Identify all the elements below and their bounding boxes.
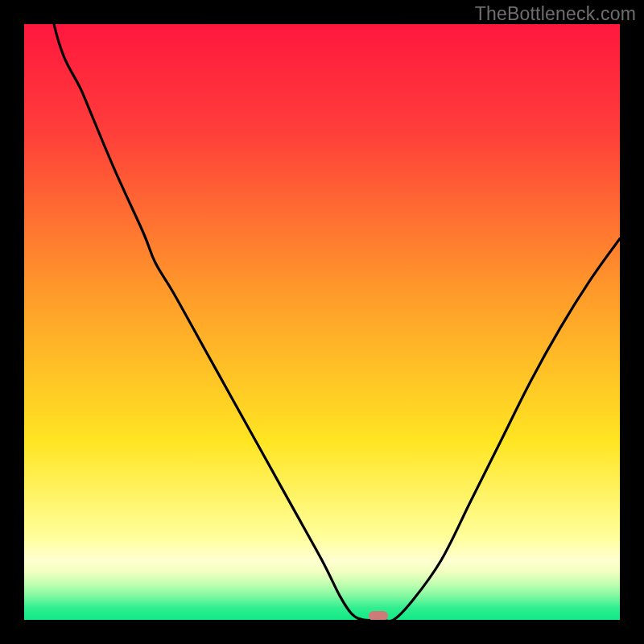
plot-area (24, 24, 620, 620)
chart-frame: TheBottleneck.com (0, 0, 644, 644)
watermark-text: TheBottleneck.com (475, 3, 636, 25)
optimum-marker (369, 611, 388, 620)
bottleneck-curve (24, 24, 620, 620)
